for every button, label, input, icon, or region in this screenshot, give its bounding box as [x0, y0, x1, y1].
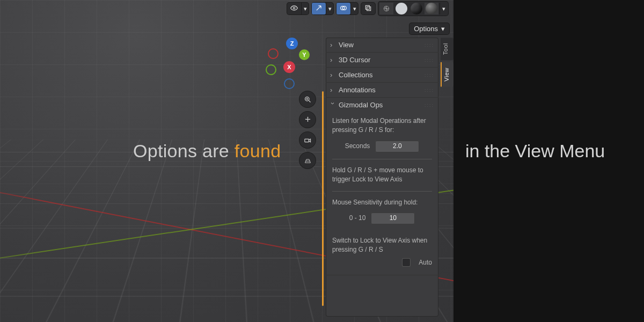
sensitivity-label: Mouse Sensitivity during hold: — [332, 198, 432, 207]
sensitivity-range: 0 - 10 — [349, 214, 366, 223]
xray-toggle[interactable] — [361, 3, 375, 14]
svg-rect-7 — [304, 139, 309, 142]
viewport-3d[interactable]: ▾ ▾ ▾ ▾ — [0, 0, 453, 322]
chevron-down-icon: ▾ — [441, 25, 445, 33]
navigation-gizmo[interactable]: Z Y X — [266, 38, 317, 89]
grip-icon[interactable]: :::: — [425, 42, 434, 48]
chevron-down-icon[interactable]: ▾ — [440, 3, 447, 14]
options-label: Options — [414, 25, 438, 33]
sensitivity-field[interactable]: 10 — [371, 213, 415, 224]
overlay-icon — [340, 4, 347, 13]
side-panel: › View :::: › 3D Cursor :::: › Collectio… — [326, 38, 438, 317]
pan-button[interactable] — [299, 112, 316, 128]
section-header-3d-cursor[interactable]: › 3D Cursor :::: — [326, 53, 438, 67]
overlay-caption: Options are found — [133, 141, 281, 162]
listen-text: Listen for Modal Operations after pressi… — [332, 116, 432, 135]
chevron-down-icon[interactable]: ▾ — [301, 3, 309, 14]
overlay-toggle[interactable]: ▾ — [336, 3, 358, 14]
section-header-view[interactable]: › View :::: — [326, 38, 438, 52]
section-label: Collections — [339, 71, 373, 79]
overlay-caption-highlight: found — [235, 141, 281, 161]
section-header-gizmodal[interactable]: › Gizmodal Ops :::: — [326, 98, 438, 112]
section-header-collections[interactable]: › Collections :::: — [326, 68, 438, 82]
axis-x[interactable]: X — [283, 61, 295, 73]
chevron-right-icon: › — [330, 56, 335, 64]
options-dropdown[interactable]: Options ▾ — [409, 23, 449, 34]
gizmodal-body: Listen for Modal Operations after pressi… — [326, 112, 438, 275]
shading-material[interactable] — [409, 3, 423, 14]
divider — [332, 159, 432, 159]
grip-icon[interactable]: :::: — [425, 72, 434, 78]
chevron-right-icon: › — [330, 41, 335, 49]
grip-icon[interactable]: :::: — [425, 87, 434, 93]
shading-solid[interactable] — [394, 3, 408, 14]
chevron-down-icon: › — [329, 103, 337, 108]
zoom-button[interactable] — [299, 91, 316, 107]
eye-icon — [290, 4, 298, 13]
arrow-icon — [315, 4, 323, 13]
section-label: Annotations — [339, 86, 376, 94]
camera-button[interactable] — [299, 132, 316, 148]
visibility-dropdown[interactable]: ▾ — [287, 3, 309, 14]
caption-right-column: in the View Menu — [453, 0, 644, 322]
section-gizmodal-ops: › Gizmodal Ops :::: Listen for Modal Ope… — [326, 98, 438, 275]
section-label: View — [339, 41, 354, 49]
svg-point-0 — [293, 7, 295, 9]
tab-view[interactable]: View — [441, 62, 453, 87]
auto-label: Auto — [419, 258, 432, 267]
section-view: › View :::: — [326, 38, 438, 53]
switch-text: Switch to Lock to View Axis when pressin… — [332, 236, 432, 255]
shading-wireframe[interactable] — [379, 3, 393, 14]
axis-y[interactable]: Y — [299, 49, 310, 60]
section-header-annotations[interactable]: › Annotations :::: — [326, 83, 438, 97]
grip-icon[interactable]: :::: — [425, 103, 434, 108]
seconds-label: Seconds — [345, 142, 370, 151]
viewport-nav-buttons — [299, 91, 316, 169]
chevron-right-icon: › — [330, 86, 335, 94]
section-3d-cursor: › 3D Cursor :::: — [326, 53, 438, 68]
perspective-button[interactable] — [299, 152, 316, 169]
viewport-header: ▾ ▾ ▾ ▾ — [0, 0, 453, 17]
section-label: 3D Cursor — [339, 56, 370, 64]
divider — [332, 191, 432, 192]
caption-right: in the View Menu — [465, 141, 605, 162]
section-collections: › Collections :::: — [326, 68, 438, 83]
chevron-down-icon[interactable]: ▾ — [326, 3, 333, 14]
axis-neg-y[interactable] — [266, 64, 276, 75]
seconds-field[interactable]: 2.0 — [375, 141, 419, 152]
auto-checkbox[interactable] — [402, 259, 410, 266]
svg-rect-3 — [365, 5, 369, 9]
chevron-down-icon[interactable]: ▾ — [350, 3, 358, 14]
tab-tool[interactable]: Tool — [441, 38, 453, 60]
shading-rendered[interactable] — [425, 3, 438, 14]
hold-text: Hold G / R / S + move mouse to trigger L… — [332, 166, 432, 185]
overlay-caption-prefix: Options are — [133, 141, 235, 161]
shading-modes: ▾ — [378, 2, 448, 16]
section-label: Gizmodal Ops — [339, 101, 383, 109]
axis-neg-z[interactable] — [284, 78, 295, 89]
chevron-right-icon: › — [330, 71, 335, 79]
xray-icon — [364, 4, 372, 13]
highlight-line — [322, 91, 324, 306]
options-row: Options ▾ — [409, 21, 449, 35]
axis-z[interactable]: Z — [286, 38, 298, 49]
panel-tabs: Tool View — [441, 38, 453, 87]
axis-neg-x[interactable] — [268, 48, 279, 59]
svg-rect-4 — [367, 7, 371, 11]
grip-icon[interactable]: :::: — [425, 57, 434, 63]
gizmo-toggle[interactable]: ▾ — [312, 3, 333, 14]
section-annotations: › Annotations :::: — [326, 83, 438, 98]
